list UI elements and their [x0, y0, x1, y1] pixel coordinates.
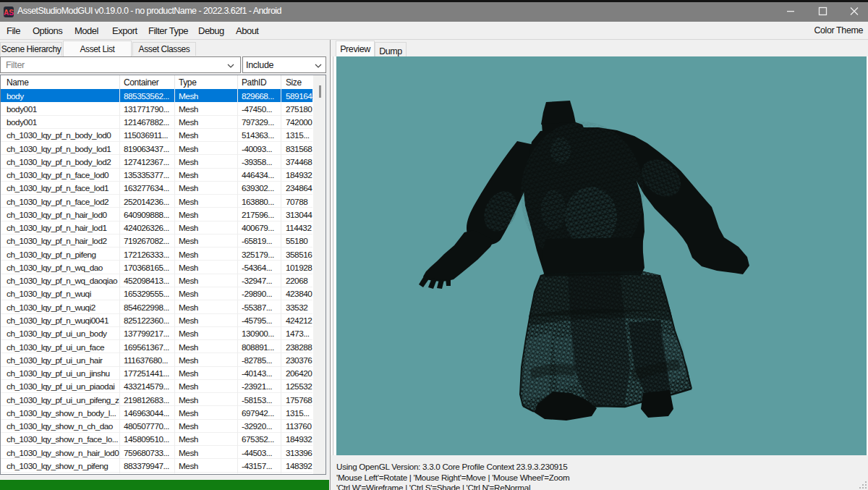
svg-text:AS: AS: [4, 9, 14, 17]
